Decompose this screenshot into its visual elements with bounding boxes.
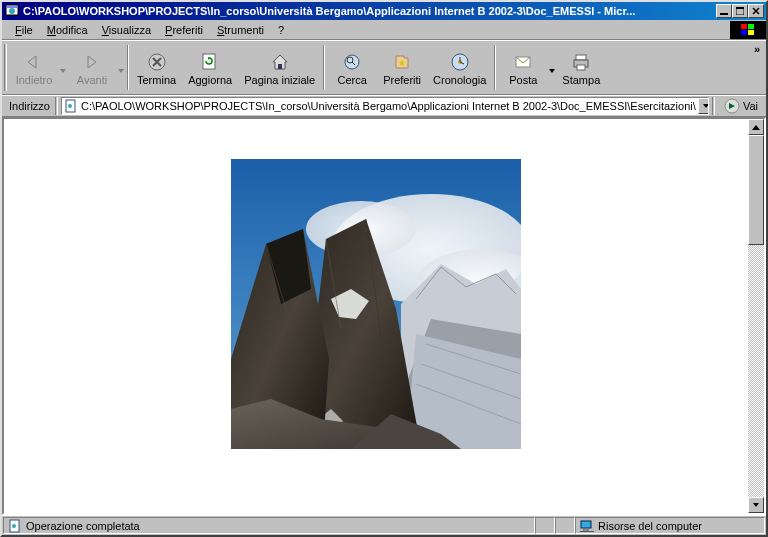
refresh-label: Aggiorna <box>188 75 232 86</box>
status-panel: Operazione completata <box>3 517 535 534</box>
address-field[interactable]: C:\PAOLO\WORKSHOP\PROJECTS\In_corso\Univ… <box>61 97 709 115</box>
home-label: Pagina iniziale <box>244 75 315 86</box>
svg-rect-2 <box>720 13 728 15</box>
status-panel-empty2 <box>555 517 575 534</box>
browser-window: C:\PAOLO\WORKSHOP\PROJECTS\In_corso\Univ… <box>0 0 768 537</box>
svg-rect-7 <box>741 30 747 35</box>
refresh-button[interactable]: Aggiorna <box>182 41 238 94</box>
mail-dropdown[interactable] <box>548 41 556 94</box>
toolbar-separator <box>323 45 325 90</box>
window-title: C:\PAOLO\WORKSHOP\PROJECTS\In_corso\Univ… <box>23 5 716 17</box>
svg-rect-5 <box>741 24 747 29</box>
forward-arrow-icon <box>81 51 103 73</box>
menu-visualizza[interactable]: Visualizza <box>95 22 158 38</box>
maximize-button[interactable] <box>732 4 748 18</box>
mountain-image <box>231 159 521 449</box>
zone-panel: Risorse del computer <box>575 517 765 534</box>
scroll-down-button[interactable] <box>748 497 764 513</box>
favorites-icon <box>391 51 413 73</box>
menubar: File Modifica Visualizza Preferiti Strum… <box>2 20 766 40</box>
search-icon <box>341 51 363 73</box>
toolbar-separator <box>494 45 496 90</box>
back-label: Indietro <box>16 75 53 86</box>
search-button[interactable]: Cerca <box>327 41 377 94</box>
menu-file[interactable]: File <box>8 22 40 38</box>
scroll-up-button[interactable] <box>748 119 764 135</box>
back-dropdown[interactable] <box>59 41 67 94</box>
menu-modifica[interactable]: Modifica <box>40 22 95 38</box>
toolbar-grip[interactable] <box>4 44 7 91</box>
mail-button[interactable]: Posta <box>498 41 548 94</box>
svg-rect-10 <box>203 54 215 69</box>
page-content <box>4 119 748 513</box>
menu-preferiti[interactable]: Preferiti <box>158 22 210 38</box>
document-icon <box>8 519 22 533</box>
stop-label: Termina <box>137 75 176 86</box>
go-label: Vai <box>743 100 758 112</box>
print-icon <box>570 51 592 73</box>
addressbar-grip[interactable] <box>55 97 58 115</box>
svg-rect-8 <box>748 30 754 35</box>
scroll-track[interactable] <box>748 135 764 497</box>
forward-dropdown[interactable] <box>117 41 125 94</box>
address-text: C:\PAOLO\WORKSHOP\PROJECTS\In_corso\Univ… <box>81 100 696 112</box>
forward-label: Avanti <box>77 75 107 86</box>
svg-rect-29 <box>581 521 591 528</box>
mail-label: Posta <box>509 75 537 86</box>
toolbar: Indietro Avanti Termina Aggiorna Pagina … <box>2 40 766 95</box>
home-button[interactable]: Pagina iniziale <box>238 41 321 94</box>
page-icon <box>64 99 78 113</box>
vertical-scrollbar[interactable] <box>748 119 764 513</box>
menu-help[interactable]: ? <box>271 22 291 38</box>
address-dropdown[interactable] <box>698 98 709 114</box>
app-icon <box>4 3 20 19</box>
svg-rect-31 <box>580 531 594 532</box>
svg-rect-17 <box>576 55 586 60</box>
svg-rect-30 <box>583 529 589 531</box>
status-panel-empty1 <box>535 517 555 534</box>
status-text: Operazione completata <box>26 520 140 532</box>
favorites-button[interactable]: Preferiti <box>377 41 427 94</box>
svg-rect-19 <box>577 65 585 70</box>
toolbar-overflow[interactable]: » <box>748 41 766 94</box>
back-arrow-icon <box>23 51 45 73</box>
statusbar: Operazione completata Risorse del comput… <box>2 515 766 535</box>
history-label: Cronologia <box>433 75 486 86</box>
close-button[interactable] <box>748 4 764 18</box>
forward-button[interactable]: Avanti <box>67 41 117 94</box>
refresh-icon <box>199 51 221 73</box>
svg-point-21 <box>68 104 72 108</box>
svg-rect-11 <box>278 64 282 69</box>
go-icon <box>724 98 740 114</box>
window-controls <box>716 4 764 18</box>
menu-strumenti[interactable]: Strumenti <box>210 22 271 38</box>
history-icon <box>449 51 471 73</box>
print-button[interactable]: Stampa <box>556 41 606 94</box>
titlebar: C:\PAOLO\WORKSHOP\PROJECTS\In_corso\Univ… <box>2 2 766 20</box>
back-button[interactable]: Indietro <box>9 41 59 94</box>
go-button[interactable]: Vai <box>718 98 764 114</box>
computer-icon <box>580 519 594 533</box>
history-button[interactable]: Cronologia <box>427 41 492 94</box>
svg-point-1 <box>9 8 15 14</box>
mail-icon <box>512 51 534 73</box>
go-grip[interactable] <box>712 97 715 115</box>
search-label: Cerca <box>337 75 366 86</box>
toolbar-separator <box>127 45 129 90</box>
windows-logo-icon <box>730 21 766 39</box>
svg-rect-6 <box>748 24 754 29</box>
scroll-thumb[interactable] <box>748 135 764 245</box>
minimize-button[interactable] <box>716 4 732 18</box>
stop-button[interactable]: Termina <box>131 41 182 94</box>
stop-icon <box>146 51 168 73</box>
print-label: Stampa <box>562 75 600 86</box>
home-icon <box>269 51 291 73</box>
addressbar: Indirizzo C:\PAOLO\WORKSHOP\PROJECTS\In_… <box>2 95 766 117</box>
zone-text: Risorse del computer <box>598 520 702 532</box>
favorites-label: Preferiti <box>383 75 421 86</box>
svg-point-28 <box>12 524 16 528</box>
svg-rect-4 <box>736 7 744 9</box>
content-area <box>2 117 766 515</box>
address-label: Indirizzo <box>4 100 55 112</box>
